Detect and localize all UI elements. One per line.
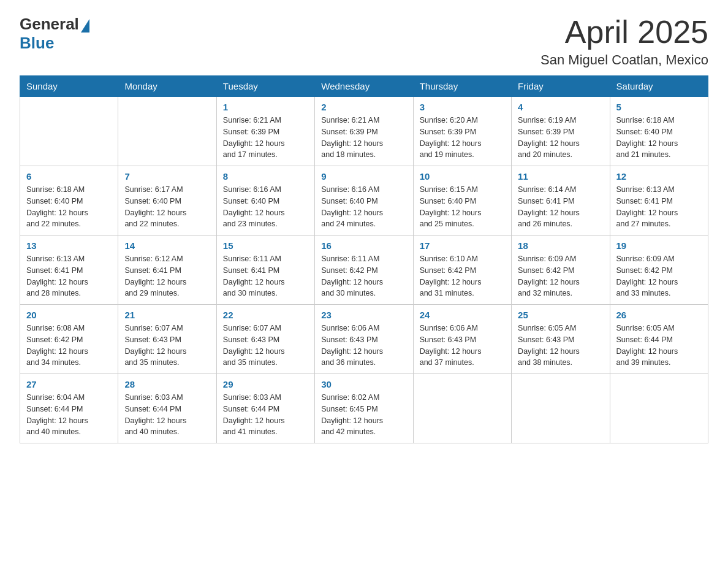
calendar-week-row: 20Sunrise: 6:08 AMSunset: 6:42 PMDayligh… xyxy=(20,305,708,374)
day-info: Sunrise: 6:16 AMSunset: 6:40 PMDaylight:… xyxy=(321,184,406,230)
calendar-cell: 12Sunrise: 6:13 AMSunset: 6:41 PMDayligh… xyxy=(610,166,708,236)
calendar-cell xyxy=(413,374,511,443)
calendar-cell xyxy=(20,97,118,166)
calendar-cell: 1Sunrise: 6:21 AMSunset: 6:39 PMDaylight… xyxy=(216,97,314,166)
calendar-cell: 7Sunrise: 6:17 AMSunset: 6:40 PMDaylight… xyxy=(118,166,216,236)
day-number: 19 xyxy=(616,240,702,251)
calendar-cell: 30Sunrise: 6:02 AMSunset: 6:45 PMDayligh… xyxy=(315,374,413,443)
day-info: Sunrise: 6:03 AMSunset: 6:44 PMDaylight:… xyxy=(223,392,308,438)
day-number: 8 xyxy=(223,171,308,182)
day-info: Sunrise: 6:04 AMSunset: 6:44 PMDaylight:… xyxy=(26,392,112,438)
day-number: 28 xyxy=(124,379,210,389)
day-number: 5 xyxy=(616,102,702,112)
day-info: Sunrise: 6:11 AMSunset: 6:42 PMDaylight:… xyxy=(321,253,406,299)
calendar-header-saturday: Saturday xyxy=(610,76,708,97)
day-number: 29 xyxy=(223,379,308,389)
day-number: 24 xyxy=(420,310,505,320)
day-number: 22 xyxy=(223,310,308,320)
day-number: 1 xyxy=(223,102,308,112)
day-number: 18 xyxy=(518,240,603,251)
day-number: 25 xyxy=(518,310,603,320)
day-info: Sunrise: 6:03 AMSunset: 6:44 PMDaylight:… xyxy=(124,392,210,438)
day-info: Sunrise: 6:10 AMSunset: 6:42 PMDaylight:… xyxy=(420,253,505,299)
day-info: Sunrise: 6:12 AMSunset: 6:41 PMDaylight:… xyxy=(124,253,210,299)
day-number: 4 xyxy=(518,102,603,112)
day-number: 9 xyxy=(321,171,406,182)
calendar-header-sunday: Sunday xyxy=(20,76,118,97)
calendar-cell: 8Sunrise: 6:16 AMSunset: 6:40 PMDaylight… xyxy=(216,166,314,236)
day-info: Sunrise: 6:07 AMSunset: 6:43 PMDaylight:… xyxy=(223,323,308,369)
calendar-cell: 15Sunrise: 6:11 AMSunset: 6:41 PMDayligh… xyxy=(216,236,314,305)
calendar-cell: 6Sunrise: 6:18 AMSunset: 6:40 PMDaylight… xyxy=(20,166,118,236)
page-header: General Blue April 2025 San Miguel Coatl… xyxy=(20,15,708,68)
day-number: 20 xyxy=(26,310,112,320)
day-info: Sunrise: 6:05 AMSunset: 6:44 PMDaylight:… xyxy=(616,323,702,369)
day-info: Sunrise: 6:07 AMSunset: 6:43 PMDaylight:… xyxy=(124,323,210,369)
day-info: Sunrise: 6:08 AMSunset: 6:42 PMDaylight:… xyxy=(26,323,112,369)
day-info: Sunrise: 6:18 AMSunset: 6:40 PMDaylight:… xyxy=(26,184,112,230)
calendar-cell: 27Sunrise: 6:04 AMSunset: 6:44 PMDayligh… xyxy=(20,374,118,443)
calendar-cell xyxy=(118,97,216,166)
calendar-cell: 11Sunrise: 6:14 AMSunset: 6:41 PMDayligh… xyxy=(512,166,610,236)
location-text: San Miguel Coatlan, Mexico xyxy=(540,52,708,68)
calendar-cell: 3Sunrise: 6:20 AMSunset: 6:39 PMDaylight… xyxy=(413,97,511,166)
calendar-cell: 10Sunrise: 6:15 AMSunset: 6:40 PMDayligh… xyxy=(413,166,511,236)
calendar-week-row: 6Sunrise: 6:18 AMSunset: 6:40 PMDaylight… xyxy=(20,166,708,236)
calendar-cell: 9Sunrise: 6:16 AMSunset: 6:40 PMDaylight… xyxy=(315,166,413,236)
logo-general-text: General xyxy=(20,15,79,34)
day-info: Sunrise: 6:16 AMSunset: 6:40 PMDaylight:… xyxy=(223,184,308,230)
calendar-header-wednesday: Wednesday xyxy=(315,76,413,97)
day-info: Sunrise: 6:18 AMSunset: 6:40 PMDaylight:… xyxy=(616,115,702,161)
calendar-cell: 20Sunrise: 6:08 AMSunset: 6:42 PMDayligh… xyxy=(20,305,118,374)
day-number: 6 xyxy=(26,171,112,182)
day-info: Sunrise: 6:09 AMSunset: 6:42 PMDaylight:… xyxy=(518,253,603,299)
calendar-header-friday: Friday xyxy=(512,76,610,97)
day-number: 15 xyxy=(223,240,308,251)
calendar-week-row: 13Sunrise: 6:13 AMSunset: 6:41 PMDayligh… xyxy=(20,236,708,305)
day-info: Sunrise: 6:14 AMSunset: 6:41 PMDaylight:… xyxy=(518,184,603,230)
calendar-cell: 14Sunrise: 6:12 AMSunset: 6:41 PMDayligh… xyxy=(118,236,216,305)
day-number: 27 xyxy=(26,379,112,389)
logo: General Blue xyxy=(20,15,89,53)
day-number: 10 xyxy=(420,171,505,182)
day-info: Sunrise: 6:21 AMSunset: 6:39 PMDaylight:… xyxy=(321,115,406,161)
day-info: Sunrise: 6:02 AMSunset: 6:45 PMDaylight:… xyxy=(321,392,406,438)
calendar-cell: 13Sunrise: 6:13 AMSunset: 6:41 PMDayligh… xyxy=(20,236,118,305)
day-info: Sunrise: 6:15 AMSunset: 6:40 PMDaylight:… xyxy=(420,184,505,230)
day-info: Sunrise: 6:06 AMSunset: 6:43 PMDaylight:… xyxy=(321,323,406,369)
calendar-cell: 24Sunrise: 6:06 AMSunset: 6:43 PMDayligh… xyxy=(413,305,511,374)
day-info: Sunrise: 6:20 AMSunset: 6:39 PMDaylight:… xyxy=(420,115,505,161)
day-number: 2 xyxy=(321,102,406,112)
calendar-cell: 28Sunrise: 6:03 AMSunset: 6:44 PMDayligh… xyxy=(118,374,216,443)
day-number: 30 xyxy=(321,379,406,389)
day-info: Sunrise: 6:13 AMSunset: 6:41 PMDaylight:… xyxy=(616,184,702,230)
calendar-header-monday: Monday xyxy=(118,76,216,97)
calendar-cell: 26Sunrise: 6:05 AMSunset: 6:44 PMDayligh… xyxy=(610,305,708,374)
day-info: Sunrise: 6:09 AMSunset: 6:42 PMDaylight:… xyxy=(616,253,702,299)
calendar-cell: 18Sunrise: 6:09 AMSunset: 6:42 PMDayligh… xyxy=(512,236,610,305)
logo-blue-text: Blue xyxy=(20,34,54,53)
calendar-week-row: 27Sunrise: 6:04 AMSunset: 6:44 PMDayligh… xyxy=(20,374,708,443)
calendar-cell: 29Sunrise: 6:03 AMSunset: 6:44 PMDayligh… xyxy=(216,374,314,443)
calendar-cell: 25Sunrise: 6:05 AMSunset: 6:43 PMDayligh… xyxy=(512,305,610,374)
day-number: 23 xyxy=(321,310,406,320)
day-number: 12 xyxy=(616,171,702,182)
day-info: Sunrise: 6:19 AMSunset: 6:39 PMDaylight:… xyxy=(518,115,603,161)
day-number: 3 xyxy=(420,102,505,112)
calendar-cell: 21Sunrise: 6:07 AMSunset: 6:43 PMDayligh… xyxy=(118,305,216,374)
title-block: April 2025 San Miguel Coatlan, Mexico xyxy=(540,15,708,68)
day-info: Sunrise: 6:05 AMSunset: 6:43 PMDaylight:… xyxy=(518,323,603,369)
day-number: 21 xyxy=(124,310,210,320)
calendar-cell: 4Sunrise: 6:19 AMSunset: 6:39 PMDaylight… xyxy=(512,97,610,166)
day-number: 17 xyxy=(420,240,505,251)
calendar-cell: 19Sunrise: 6:09 AMSunset: 6:42 PMDayligh… xyxy=(610,236,708,305)
day-number: 11 xyxy=(518,171,603,182)
calendar-header-tuesday: Tuesday xyxy=(216,76,314,97)
calendar-header-row: SundayMondayTuesdayWednesdayThursdayFrid… xyxy=(20,76,708,97)
calendar-cell xyxy=(610,374,708,443)
calendar-week-row: 1Sunrise: 6:21 AMSunset: 6:39 PMDaylight… xyxy=(20,97,708,166)
calendar-cell: 23Sunrise: 6:06 AMSunset: 6:43 PMDayligh… xyxy=(315,305,413,374)
day-info: Sunrise: 6:06 AMSunset: 6:43 PMDaylight:… xyxy=(420,323,505,369)
day-number: 7 xyxy=(124,171,210,182)
logo-triangle-icon xyxy=(81,19,89,33)
